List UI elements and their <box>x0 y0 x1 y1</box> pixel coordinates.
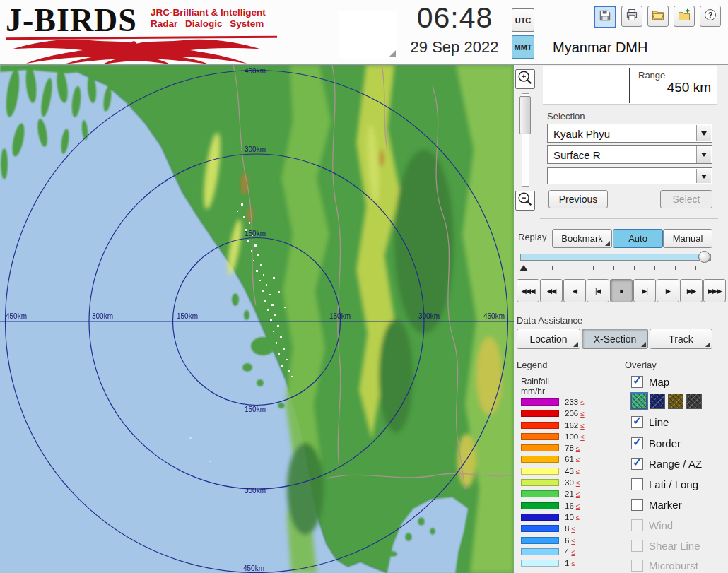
play-reverse-button[interactable]: ◀ <box>563 279 586 302</box>
legend-row: 6≤ <box>521 537 585 544</box>
ring-label: 150km <box>177 312 198 320</box>
zoom-in-button[interactable] <box>515 69 535 89</box>
zoom-out-button[interactable] <box>515 191 535 211</box>
legend-color-swatch <box>521 433 559 440</box>
replay-slider-thumb[interactable] <box>698 251 710 263</box>
radar-map[interactable]: 450km 300km 150km 150km 300km 450km 450k… <box>0 65 514 573</box>
open-folder-button[interactable] <box>647 6 669 27</box>
save-button[interactable] <box>594 6 616 28</box>
station-name: Myanmar DMH <box>553 40 647 56</box>
legend-row: 206≤ <box>521 410 585 417</box>
play-button[interactable]: ▶ <box>657 279 679 302</box>
legend-row: 100≤ <box>521 433 585 440</box>
chevron-down-icon[interactable] <box>696 125 711 141</box>
replay-position-marker[interactable] <box>519 265 528 271</box>
open-folder-icon <box>651 8 665 25</box>
legend-color-swatch <box>521 398 559 406</box>
border-checkbox[interactable] <box>631 437 643 449</box>
print-button[interactable] <box>621 6 642 27</box>
overlay-row-wind: Wind <box>631 519 673 531</box>
select-button[interactable]: Select <box>660 190 712 208</box>
site-dropdown[interactable]: Kyauk Phyu <box>547 124 712 143</box>
overlay-row-range-az[interactable]: Range / AZ <box>631 457 702 470</box>
overlay-row-lati-long[interactable]: Lati / Long <box>631 478 698 490</box>
help-button[interactable]: ? <box>700 6 721 27</box>
fast-rewind-button[interactable]: ◀◀ <box>540 279 563 302</box>
legend-color-swatch <box>521 444 559 451</box>
x-section-button[interactable]: X-Section <box>582 329 648 349</box>
product-dropdown[interactable]: Surface R <box>547 145 712 164</box>
map-checkbox-label: Map <box>649 376 669 388</box>
replay-slider-track[interactable] <box>520 254 711 261</box>
help-icon: ? <box>703 8 717 25</box>
stop-button[interactable]: ■ <box>610 279 633 302</box>
ring-label: 150km <box>329 312 351 320</box>
range-value: 450 km <box>615 80 711 95</box>
previous-button[interactable]: Previous <box>548 190 608 208</box>
overlay-row-border[interactable]: Border <box>631 437 681 449</box>
map-style-option-4[interactable] <box>686 394 702 409</box>
overlay-row-line[interactable]: Line <box>631 415 669 428</box>
replay-label: Replay <box>518 232 546 242</box>
extra-dropdown[interactable] <box>547 167 712 184</box>
svg-text:?: ? <box>708 11 713 19</box>
skip-to-start-button[interactable]: ◀◀◀ <box>517 279 539 302</box>
chevron-down-icon[interactable] <box>696 169 711 183</box>
track-button[interactable]: Track <box>650 329 712 349</box>
zoom-slider-thumb[interactable] <box>519 96 531 134</box>
marker-checkbox[interactable] <box>631 499 643 511</box>
jbirds-app: J-BIRDS JRC-Brilliant & Intelligent Rada… <box>0 0 728 573</box>
selection-label: Selection <box>547 111 585 122</box>
clock-time: 06:48 <box>393 1 517 35</box>
ring-label: 300km <box>245 487 266 495</box>
bookmark-button[interactable]: Bookmark <box>552 229 612 248</box>
logo-subtitle-1: JRC-Brilliant & Intelligent <box>151 7 266 18</box>
overlay-row-map[interactable]: Map <box>631 375 669 388</box>
manual-button[interactable]: Manual <box>663 229 712 248</box>
chevron-down-icon[interactable] <box>696 146 711 163</box>
lati-long-checkbox[interactable] <box>631 478 643 490</box>
legend-scale: 233≤ 206≤ 162≤ 100≤ 78≤ 61≤ 43≤ 30≤ 21≤ … <box>521 398 585 571</box>
legend-row: 4≤ <box>521 548 585 555</box>
legend-unit-line1: Rainfall <box>521 377 549 386</box>
location-button[interactable]: Location <box>517 329 580 349</box>
ring-label: 150km <box>245 406 266 413</box>
legend-color-swatch <box>521 514 559 521</box>
legend-color-swatch <box>521 456 559 463</box>
logo-subtitle-2: Radar Dialogic System <box>151 18 264 29</box>
overlay-row-marker[interactable]: Marker <box>631 498 682 511</box>
legend-color-swatch <box>521 479 559 486</box>
zoom-in-icon <box>517 69 534 89</box>
mmt-button[interactable]: MMT <box>512 35 534 59</box>
utc-button[interactable]: UTC <box>512 8 534 32</box>
export-icon <box>677 8 691 25</box>
zoom-out-icon <box>517 191 534 211</box>
border-checkbox-label: Border <box>649 437 681 449</box>
step-forward-button[interactable]: ▶| <box>633 279 656 302</box>
skip-to-end-button[interactable]: ▶▶▶ <box>703 279 726 302</box>
range-az-checkbox-label: Range / AZ <box>649 458 702 470</box>
marker-checkbox-label: Marker <box>649 499 682 511</box>
auto-button[interactable]: Auto <box>613 229 663 248</box>
map-checkbox[interactable] <box>631 376 643 388</box>
map-style-option-2[interactable] <box>650 394 665 409</box>
export-button[interactable] <box>674 6 695 27</box>
legend-color-swatch <box>521 468 559 475</box>
ring-label: 300km <box>418 312 440 320</box>
step-back-button[interactable]: |◀ <box>587 279 609 302</box>
legend-color-swatch <box>521 525 559 532</box>
legend-color-swatch <box>521 422 559 429</box>
fast-forward-button[interactable]: ▶▶ <box>680 279 703 302</box>
legend-row: 8≤ <box>521 525 585 532</box>
map-style-option-1[interactable] <box>631 394 647 409</box>
wind-checkbox-label: Wind <box>649 519 673 531</box>
range-az-checkbox[interactable] <box>631 458 643 470</box>
map-style-option-3[interactable] <box>668 394 683 409</box>
microburst-checkbox <box>631 560 643 572</box>
legend-color-swatch <box>521 502 559 509</box>
app-logo-title: J-BIRDS <box>6 1 137 39</box>
legend-color-swatch <box>521 410 559 417</box>
print-icon <box>625 8 639 25</box>
playback-controls: ◀◀◀ ◀◀ ◀ |◀ ■ ▶| ▶ ▶▶ ▶▶▶ <box>517 279 726 302</box>
line-checkbox[interactable] <box>631 416 643 428</box>
